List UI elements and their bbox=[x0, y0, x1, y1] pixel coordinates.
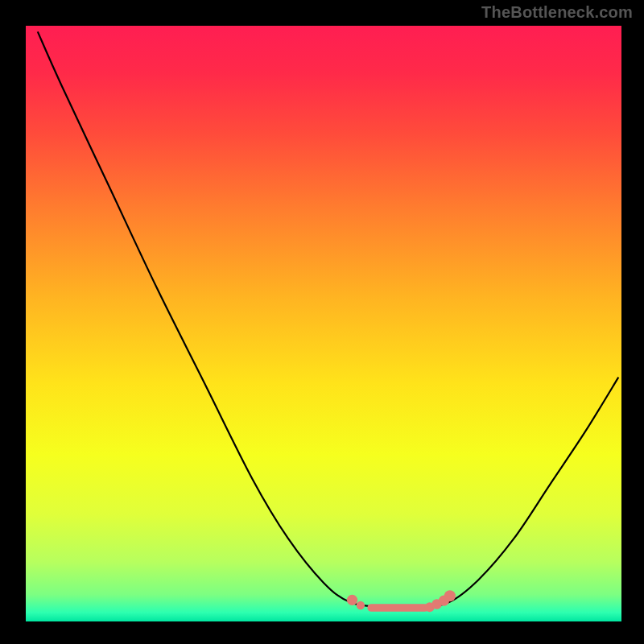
svg-point-7 bbox=[444, 590, 456, 601]
watermark-label: TheBottleneck.com bbox=[481, 3, 633, 22]
svg-point-2 bbox=[357, 601, 365, 609]
svg-point-1 bbox=[347, 595, 357, 605]
bottleneck-chart bbox=[0, 0, 644, 644]
gradient-background bbox=[26, 26, 621, 621]
chart-stage: TheBottleneck.com bbox=[0, 0, 644, 644]
